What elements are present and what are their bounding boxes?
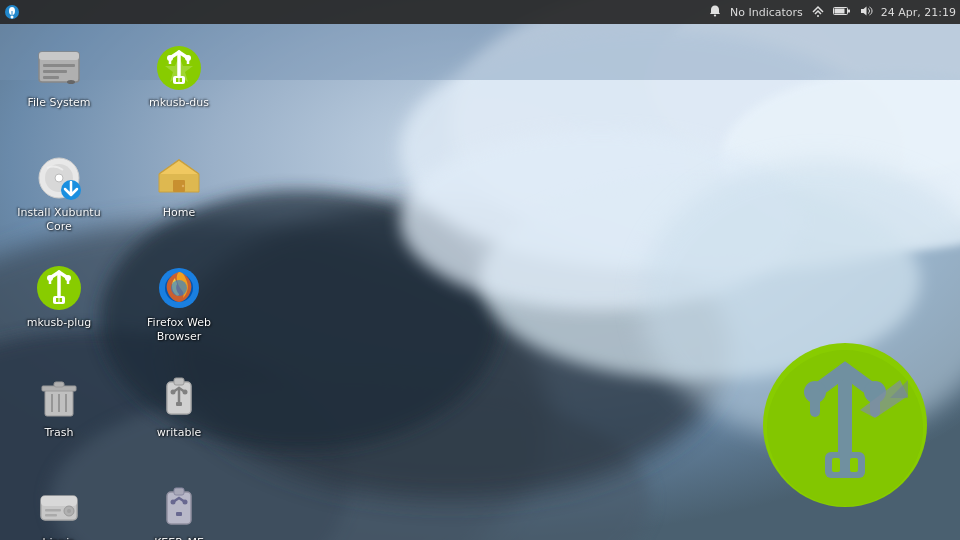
svg-rect-45: [56, 298, 59, 302]
svg-rect-60: [176, 402, 182, 406]
svg-rect-66: [45, 514, 57, 517]
indicators-label: No Indicators: [730, 6, 803, 19]
mkusb-dus-icon: [155, 44, 203, 92]
svg-point-37: [55, 174, 63, 182]
svg-point-18: [714, 14, 716, 16]
svg-point-17: [11, 16, 14, 19]
desktop-icon-firefox[interactable]: Firefox Web Browser: [124, 252, 234, 362]
mkusb-dus-label: mkusb-dus: [149, 96, 209, 110]
svg-point-59: [183, 390, 188, 395]
svg-point-40: [182, 185, 184, 187]
svg-rect-68: [174, 488, 184, 495]
install-xubuntu-core-icon: [35, 154, 83, 202]
network-icon[interactable]: [811, 4, 825, 21]
taskbar-right: No Indicators: [708, 4, 956, 21]
desktop-icon-file-system[interactable]: File System: [4, 32, 114, 142]
svg-rect-83: [832, 458, 840, 472]
svg-point-70: [183, 500, 188, 505]
svg-rect-33: [176, 78, 179, 82]
desktop: No Indicators: [0, 0, 960, 540]
svg-rect-62: [41, 496, 77, 506]
icons-area: File System mk: [0, 28, 250, 540]
writable-icon: [155, 374, 203, 422]
svg-rect-65: [45, 509, 61, 512]
desktop-icon-keep-me[interactable]: KEEP_ME: [124, 472, 234, 540]
file-system-label: File System: [28, 96, 91, 110]
firefox-icon: [155, 264, 203, 312]
svg-point-58: [171, 390, 176, 395]
svg-point-19: [817, 15, 819, 17]
mkusb-plug-icon: [35, 264, 83, 312]
svg-point-28: [67, 80, 75, 84]
xubuntu-logo-icon[interactable]: [4, 4, 20, 20]
svg-rect-24: [39, 52, 79, 60]
desktop-icon-bionic[interactable]: bionic: [4, 472, 114, 540]
writable-label: writable: [157, 426, 201, 440]
svg-rect-55: [54, 382, 64, 387]
volume-icon[interactable]: [859, 4, 873, 21]
svg-point-64: [67, 509, 71, 513]
desktop-icon-trash[interactable]: Trash: [4, 362, 114, 472]
desktop-icon-home[interactable]: Home: [124, 142, 234, 252]
battery-icon[interactable]: [833, 6, 851, 19]
svg-rect-34: [180, 78, 183, 82]
keep-me-label: KEEP_ME: [154, 536, 204, 540]
desktop-icon-mkusb-plug[interactable]: mkusb-plug: [4, 252, 114, 362]
mkusb-large-logo: [760, 340, 930, 510]
home-icon: [155, 154, 203, 202]
keep-me-icon: [155, 484, 203, 532]
trash-label: Trash: [44, 426, 73, 440]
taskbar-left: [4, 4, 20, 20]
svg-rect-32: [173, 76, 185, 84]
svg-rect-71: [176, 512, 182, 516]
desktop-icon-mkusb-dus[interactable]: mkusb-dus: [124, 32, 234, 142]
bionic-label: bionic: [43, 536, 76, 540]
desktop-icon-writable[interactable]: writable: [124, 362, 234, 472]
svg-rect-25: [43, 64, 75, 67]
svg-rect-57: [174, 378, 184, 385]
notification-icon[interactable]: [708, 4, 722, 21]
taskbar: No Indicators: [0, 0, 960, 24]
trash-icon: [35, 374, 83, 422]
mkusb-plug-label: mkusb-plug: [27, 316, 91, 330]
svg-rect-44: [53, 296, 65, 304]
svg-rect-84: [850, 458, 858, 472]
svg-rect-21: [834, 8, 844, 13]
svg-rect-22: [848, 9, 850, 12]
svg-rect-26: [43, 70, 67, 73]
desktop-icon-install-xubuntu-core[interactable]: Install Xubuntu Core: [4, 142, 114, 252]
svg-rect-82: [825, 452, 865, 478]
firefox-label: Firefox Web Browser: [129, 316, 229, 345]
home-label: Home: [163, 206, 195, 220]
bionic-icon: [35, 484, 83, 532]
svg-rect-46: [60, 298, 63, 302]
file-system-icon: [35, 44, 83, 92]
install-xubuntu-core-label: Install Xubuntu Core: [9, 206, 109, 235]
svg-rect-27: [43, 76, 59, 79]
svg-point-69: [171, 500, 176, 505]
svg-point-49: [171, 280, 187, 296]
datetime-label[interactable]: 24 Apr, 21:19: [881, 6, 956, 19]
